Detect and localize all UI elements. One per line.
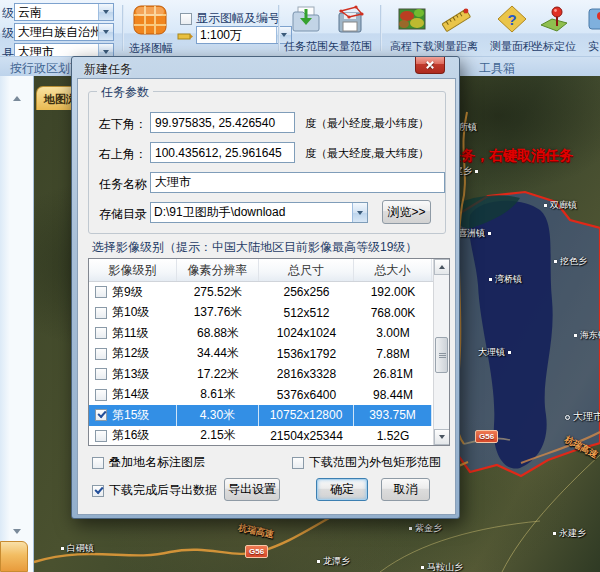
level-row[interactable]: 第10级137.76米512x512768.00K (89, 303, 449, 324)
export-after-checkbox[interactable]: 下载完成后导出数据 (92, 481, 217, 499)
road-badge-g56: G56 (475, 430, 498, 443)
map-label: 所镇 (459, 121, 477, 134)
overlay-labels-checkbox[interactable]: 叠加地名标注图层 (92, 453, 205, 471)
checkbox-icon[interactable] (92, 457, 104, 469)
task-range-folder-icon (290, 4, 322, 34)
map-label: 紫金乡 (406, 522, 442, 535)
col-size[interactable]: 总尺寸 (259, 259, 354, 281)
sheet-grid-icon (133, 5, 167, 35)
scroll-up-button[interactable] (434, 259, 450, 275)
col-level[interactable]: 影像级别 (89, 259, 177, 281)
top-right-input[interactable]: 100.435612, 25.961645 (150, 142, 295, 163)
checkbox-icon[interactable] (180, 13, 192, 25)
panel-scroll-up-icon[interactable] (13, 96, 21, 101)
level-table: 影像级别 像素分辨率 总尺寸 总大小 第9级275.52米256x256192.… (88, 258, 450, 446)
map-marker-dot (544, 204, 547, 207)
svg-text:?: ? (507, 11, 516, 28)
elevation-download-button[interactable]: 高程下载 (390, 4, 434, 54)
level-checkbox[interactable] (95, 409, 107, 421)
task-range-button[interactable]: 任务范围 (284, 4, 328, 54)
dialog-content: 任务参数 左下角： 99.975835, 25.426540 度（最小经度,最小… (77, 78, 456, 515)
map-label: 龙潭乡 (314, 555, 350, 568)
vector-range-save-icon (334, 4, 366, 34)
province-prefix-label: 级 (2, 5, 14, 22)
measure-area-diamond-icon: ? (496, 4, 528, 34)
measure-distance-button[interactable]: 测量距离 (434, 4, 478, 54)
col-resolution[interactable]: 像素分辨率 (177, 259, 259, 281)
level-row[interactable]: 第11级68.88米1024x10243.00M (89, 323, 449, 344)
bottom-left-unit: 度（最小经度,最小纬度） (305, 116, 429, 131)
top-right-label: 右上角： (99, 146, 147, 163)
map-label: 海东镇 (571, 329, 600, 342)
chevron-down-icon[interactable] (98, 4, 113, 20)
browse-button[interactable]: 浏览>> (382, 200, 431, 224)
panel-scroll-down-icon[interactable] (13, 529, 21, 534)
bottom-panel-header[interactable] (0, 541, 28, 572)
level-checkbox[interactable] (95, 307, 107, 319)
top-right-unit: 度（最大经度,最大纬度） (305, 146, 429, 161)
region-row-prefecture: 级 大理白族自治州 (0, 23, 114, 41)
bottom-left-input[interactable]: 99.975835, 25.426540 (150, 112, 295, 133)
level-table-body: 第9级275.52米256x256192.00K第10级137.76米512x5… (89, 282, 449, 446)
vector-range-button[interactable]: 矢量范围 (328, 4, 372, 54)
map-marker-dot (508, 351, 511, 354)
level-checkbox[interactable] (95, 430, 107, 442)
task-params-label: 任务参数 (97, 84, 153, 101)
dialog-title: 新建任务 (84, 61, 132, 78)
new-task-dialog: 新建任务 任务参数 左下角： 99.975835, 25.426540 度（最小… (71, 56, 460, 519)
select-sheet-label: 选择图幅 (125, 41, 177, 56)
level-row[interactable]: 第15级4.30米10752x12800393.75M (89, 405, 449, 426)
map-marker-dot (421, 566, 424, 569)
coordinate-locate-button[interactable]: 坐标定位 (532, 4, 576, 54)
level-checkbox[interactable] (95, 389, 107, 401)
road-badge-g56: G56 (245, 545, 268, 558)
region-tree-panel (0, 76, 34, 572)
bounding-rect-checkbox[interactable]: 下载范围为外包矩形范围 (292, 453, 441, 471)
level-row[interactable]: 第12级34.44米1536x17927.88M (89, 344, 449, 365)
level-checkbox[interactable] (95, 368, 107, 380)
task-name-input[interactable]: 大理市 (150, 172, 445, 193)
app-window: 所镇尾乡双廊镇喜洲镇挖色乡湾桥镇海东镇大理镇大理市紫金乡永建乡龙潭乡马鞍山乡白硐… (0, 0, 600, 572)
prefecture-select[interactable]: 大理白族自治州 (14, 23, 114, 41)
map-marker-dot (489, 278, 492, 281)
chevron-down-icon[interactable] (352, 203, 367, 222)
checkbox-icon[interactable] (92, 485, 104, 497)
table-scrollbar[interactable] (433, 259, 449, 445)
elevation-terrain-icon (396, 4, 428, 34)
level-checkbox[interactable] (95, 327, 107, 339)
map-marker-dot (317, 560, 320, 563)
export-settings-button[interactable]: 导出设置 (224, 478, 280, 501)
map-marker-dot (475, 170, 478, 173)
chevron-down-icon[interactable] (98, 24, 113, 40)
map-marker-dot (565, 415, 570, 420)
level-checkbox[interactable] (95, 348, 107, 360)
map-label: 永建乡 (550, 527, 586, 540)
scroll-thumb[interactable] (435, 337, 448, 373)
map-marker-dot (574, 334, 577, 337)
map-label: 马鞍山乡 (418, 561, 463, 572)
show-grid-checkbox[interactable]: 显示图幅及编号 (180, 9, 280, 27)
level-row[interactable]: 第13级17.22米2816x332826.81M (89, 364, 449, 385)
map-label: 双廊镇 (541, 199, 577, 212)
save-dir-select[interactable]: D:\91卫图助手\download (150, 202, 368, 223)
select-sheet-button[interactable] (133, 5, 167, 39)
bottom-left-label: 左下角： (99, 116, 147, 133)
checkbox-icon[interactable] (292, 457, 304, 469)
map-label: 喜洲镇 (458, 227, 494, 240)
level-row[interactable]: 第14级8.61米5376x640098.44M (89, 385, 449, 406)
prefecture-prefix-label: 级 (2, 25, 14, 42)
close-icon[interactable] (415, 57, 445, 74)
level-row[interactable]: 第16级2.15米21504x253441.52G (89, 426, 449, 447)
province-select[interactable]: 云南 (14, 3, 114, 21)
level-row[interactable]: 第9级275.52米256x256192.00K (89, 282, 449, 303)
clipped-tool-icon (585, 4, 600, 34)
measure-area-button[interactable]: ? 测量面积 (490, 4, 534, 54)
map-marker-dot (488, 232, 491, 235)
level-select-caption: 选择影像级别（提示：中国大陆地区目前影像最高等级19级） (92, 239, 417, 256)
col-total[interactable]: 总大小 (354, 259, 432, 281)
clipped-tool-button[interactable]: 实 (582, 4, 600, 54)
ok-button[interactable]: 确定 (316, 478, 368, 501)
scroll-down-button[interactable] (434, 429, 450, 445)
level-checkbox[interactable] (95, 286, 107, 298)
cancel-button[interactable]: 取消 (381, 478, 430, 501)
